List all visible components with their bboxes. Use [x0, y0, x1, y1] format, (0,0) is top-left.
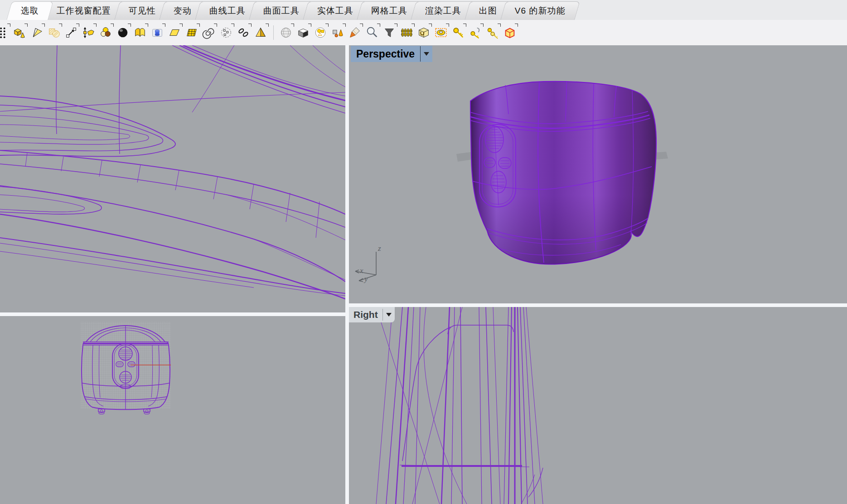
tab-2[interactable]: 工作视窗配置: [42, 1, 126, 20]
tab-11[interactable]: V6 的新功能: [500, 1, 580, 20]
select-by-color-icon[interactable]: [97, 23, 114, 43]
viewport-splitter-left-horizontal[interactable]: [0, 312, 345, 316]
tab-label: 曲线工具: [209, 2, 246, 20]
shaded-cube-icon[interactable]: [295, 23, 312, 43]
u-box-icon[interactable]: [415, 23, 432, 43]
open-surface-icon[interactable]: [131, 23, 149, 43]
shaded-sphere-icon[interactable]: [277, 23, 295, 43]
axis-label-y: y: [363, 274, 368, 283]
tab-label: 工作视窗配置: [57, 2, 111, 20]
toolbar-tab-bar: 选取工作视窗配置可见性变动曲线工具曲面工具实体工具网格工具渲染工具出图V6 的新…: [0, 0, 847, 20]
axis-label-x: x: [359, 266, 363, 275]
tab-label: 渲染工具: [425, 2, 461, 20]
axis-label-z: z: [378, 244, 381, 253]
point-cloud-select-icon[interactable]: [0, 23, 11, 43]
viewport-right[interactable]: Right: [349, 307, 847, 504]
select-plane-icon[interactable]: [166, 23, 183, 43]
shaded-model-rice-cooker: z x y: [349, 45, 847, 303]
two-keys-icon[interactable]: [484, 23, 501, 43]
viewport-label-right[interactable]: Right: [349, 307, 395, 322]
shapes-in-circle-icon[interactable]: [312, 23, 329, 43]
fence-bars-icon[interactable]: [398, 23, 415, 43]
select-solids-icon[interactable]: [11, 23, 28, 43]
clipping-cylinder-icon[interactable]: [149, 23, 166, 43]
magnifier-icon[interactable]: [363, 23, 381, 43]
move-arrows-icon[interactable]: [63, 23, 80, 43]
tab-label: 网格工具: [371, 2, 407, 20]
key-hook-icon[interactable]: [467, 23, 484, 43]
select-chain-icon[interactable]: [235, 23, 252, 43]
main-toolbar: [0, 20, 847, 45]
viewport-label-perspective[interactable]: Perspective: [351, 46, 432, 62]
select-mesh-plane-icon[interactable]: [183, 23, 200, 43]
viewport-splitter-right-horizontal[interactable]: [349, 303, 847, 307]
wireframe-curves-top-view: [0, 45, 345, 312]
red-edge-cube-icon[interactable]: [501, 23, 518, 43]
chevron-down-icon[interactable]: [383, 313, 395, 317]
viewport-splitter-vertical[interactable]: [345, 45, 349, 504]
viewport-perspective[interactable]: Perspective: [349, 45, 847, 303]
key-icon[interactable]: [450, 23, 467, 43]
filter-funnel-icon[interactable]: [381, 23, 398, 43]
perspective-label-text[interactable]: Perspective: [356, 48, 420, 60]
select-surfaces-icon[interactable]: [28, 23, 45, 43]
viewport-bottom-left[interactable]: [0, 316, 345, 504]
ring-marquee-icon[interactable]: [432, 23, 450, 43]
tab-label: V6 的新功能: [515, 2, 566, 20]
right-label-text[interactable]: Right: [353, 309, 382, 320]
render-primitives-icon[interactable]: [329, 23, 346, 43]
select-pyramid-icon[interactable]: [252, 23, 269, 43]
tab-label: 出图: [479, 2, 497, 20]
select-hatches-icon[interactable]: [45, 23, 63, 43]
rhino-app-window: 选取工作视窗配置可见性变动曲线工具曲面工具实体工具网格工具渲染工具出图V6 的新…: [0, 0, 847, 504]
wireframe-front-view: [0, 316, 345, 504]
spiral-icon[interactable]: [200, 23, 218, 43]
tab-label: 选取: [21, 2, 39, 20]
select-small-objects-icon[interactable]: [218, 23, 235, 43]
tab-label: 曲面工具: [263, 2, 300, 20]
chevron-down-icon[interactable]: [421, 52, 432, 56]
paintbrush-icon[interactable]: [346, 23, 363, 43]
gumball-hand-icon[interactable]: [80, 23, 97, 43]
tab-label: 变动: [174, 2, 192, 20]
wireframe-right-view: [349, 307, 847, 504]
viewport-top-left[interactable]: [0, 45, 345, 312]
tab-label: 可见性: [129, 2, 156, 20]
tab-1[interactable]: 选取: [6, 1, 53, 20]
toolbar-separator: [269, 24, 277, 42]
black-sphere-icon[interactable]: [114, 23, 131, 43]
tab-label: 实体工具: [317, 2, 353, 20]
